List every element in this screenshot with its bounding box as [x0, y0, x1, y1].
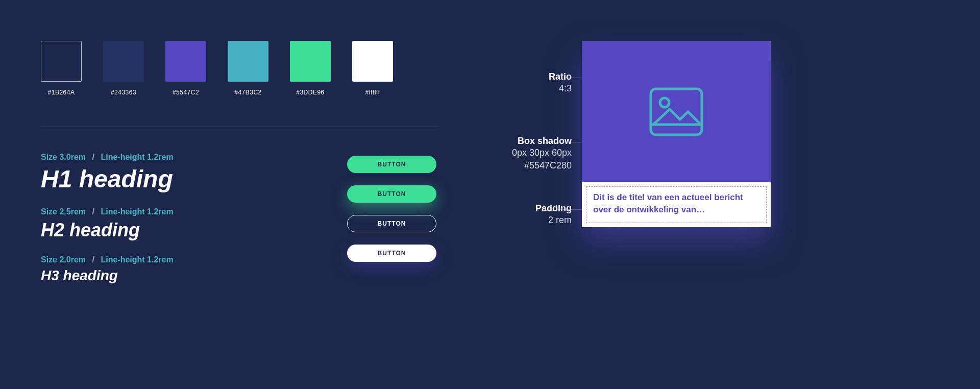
spec-separator: / — [88, 153, 99, 161]
annotation-title: Box shadow — [480, 136, 572, 147]
spec-value: 1.2rem — [147, 255, 174, 264]
color-swatch — [41, 41, 82, 82]
color-swatch — [352, 41, 393, 82]
swatch-item: #ffffff — [352, 41, 393, 96]
card-footer: Dit is de titel van een actueel bericht … — [582, 182, 771, 227]
color-swatch-row: #1B264A #243363 #5547C2 #47B3C2 #3DDE96 … — [41, 41, 439, 96]
color-swatch — [103, 41, 144, 82]
annotation-value: #5547C280 — [480, 159, 572, 172]
spec-value: 1.2rem — [147, 153, 174, 161]
svg-rect-0 — [651, 89, 702, 135]
spec-label: Size — [41, 255, 57, 264]
annotation-ratio: Ratio 4:3 — [480, 71, 572, 95]
type-spec: Size 3.0rem / Line-height 1.2rem — [41, 153, 276, 162]
swatch-label: #ffffff — [365, 89, 380, 96]
annotation-padding: Padding 2 rem — [480, 203, 572, 227]
typography-specimens: Size 3.0rem / Line-height 1.2rem H1 head… — [41, 153, 276, 284]
spec-label: Line-height — [101, 207, 144, 216]
card-annotations: Ratio 4:3 Box shadow 0px 30px 60px #5547… — [480, 41, 572, 284]
h3-sample: H3 heading — [41, 268, 276, 284]
swatch-label: #1B264A — [48, 89, 75, 96]
spec-value: 2.0rem — [59, 255, 86, 264]
spec-separator: / — [88, 255, 99, 264]
type-spec: Size 2.5rem / Line-height 1.2rem — [41, 207, 276, 216]
button-white[interactable]: BUTTON — [347, 245, 436, 262]
swatch-label: #47B3C2 — [234, 89, 262, 96]
annotation-value: 2 rem — [480, 214, 572, 227]
spec-label: Size — [41, 207, 57, 216]
color-swatch — [165, 41, 206, 82]
swatch-item: #47B3C2 — [228, 41, 268, 96]
spec-value: 1.2rem — [147, 207, 174, 216]
swatch-item: #243363 — [103, 41, 144, 96]
color-swatch — [228, 41, 268, 82]
button-primary[interactable]: BUTTON — [347, 156, 436, 173]
image-placeholder-icon — [648, 86, 704, 137]
annotation-title: Ratio — [480, 71, 572, 82]
annotation-value: 4:3 — [480, 82, 572, 95]
annotation-shadow: Box shadow 0px 30px 60px #5547C280 — [480, 136, 572, 172]
swatch-label: #243363 — [111, 89, 136, 96]
annotation-value: 0px 30px 60px — [480, 147, 572, 159]
svg-point-1 — [660, 98, 669, 107]
annotation-title: Padding — [480, 203, 572, 214]
color-swatch — [290, 41, 331, 82]
card-title: Dit is de titel van een actueel bericht … — [593, 191, 760, 216]
swatch-item: #1B264A — [41, 41, 82, 96]
type-spec: Size 2.0rem / Line-height 1.2rem — [41, 255, 276, 264]
preview-card: Dit is de titel van een actueel bericht … — [582, 41, 771, 227]
swatch-item: #5547C2 — [165, 41, 206, 96]
button-variants: BUTTON BUTTON BUTTON BUTTON — [347, 153, 439, 284]
spec-value: 3.0rem — [59, 153, 86, 161]
h2-sample: H2 heading — [41, 220, 276, 241]
button-primary-hover[interactable]: BUTTON — [347, 185, 436, 203]
spec-separator: / — [88, 207, 99, 216]
swatch-item: #3DDE96 — [290, 41, 331, 96]
spec-label: Line-height — [101, 153, 144, 161]
divider — [41, 127, 439, 127]
h1-sample: H1 heading — [41, 165, 276, 193]
card-media — [582, 41, 771, 182]
spec-label: Line-height — [101, 255, 144, 264]
swatch-label: #3DDE96 — [296, 89, 325, 96]
swatch-label: #5547C2 — [173, 89, 199, 96]
spec-label: Size — [41, 153, 57, 161]
button-outline[interactable]: BUTTON — [347, 215, 436, 232]
spec-value: 2.5rem — [59, 207, 86, 216]
